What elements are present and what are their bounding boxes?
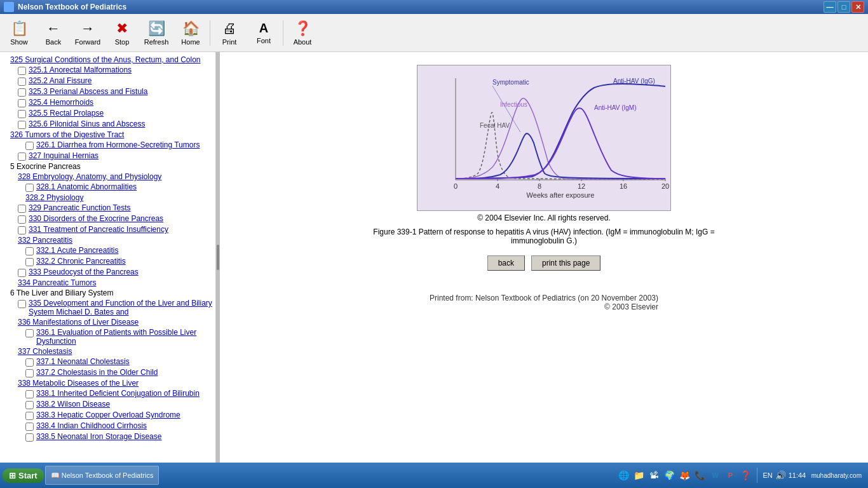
back-button[interactable]: ← Back: [37, 16, 70, 50]
about-button[interactable]: ❓ About: [286, 16, 319, 50]
checkbox-325-3[interactable]: [18, 88, 26, 97]
checkbox-325-5[interactable]: [18, 110, 26, 118]
checkbox-337-1[interactable]: [25, 358, 34, 367]
taskbar-app-help[interactable]: ❓: [739, 469, 752, 482]
checkbox-337-2[interactable]: [25, 369, 34, 377]
print-page-button[interactable]: print this page: [531, 255, 600, 271]
sidebar[interactable]: 325 Surgical Conditions of the Anus, Rec…: [0, 52, 216, 463]
list-item: 337.2 Cholestasis in the Older Child: [0, 367, 215, 378]
nav-link-337-1[interactable]: 337.1 Neonatal Cholestasis: [36, 357, 130, 366]
checkbox-326-1[interactable]: [25, 142, 34, 150]
nav-link-325-2[interactable]: 325.2 Anal Fissure: [29, 76, 92, 85]
checkbox-328-1[interactable]: [25, 184, 34, 192]
nav-link-334[interactable]: 334 Pancreatic Tumors: [18, 278, 96, 287]
checkbox-325-2[interactable]: [18, 78, 26, 86]
taskbar-app-ppt[interactable]: P: [724, 469, 736, 482]
checkbox-329[interactable]: [18, 205, 26, 213]
forward-button[interactable]: → Forward: [71, 16, 104, 50]
nav-link-326[interactable]: 326 Tumors of the Digestive Tract: [10, 130, 124, 139]
font-button[interactable]: A Font: [247, 16, 280, 50]
nav-link-325-3[interactable]: 325.3 Perianal Abscess and Fistula: [29, 87, 147, 96]
stop-button[interactable]: ✖ Stop: [105, 16, 139, 50]
list-item: 331 Treatment of Pancreatic Insufficienc…: [0, 224, 215, 235]
close-button[interactable]: ✕: [851, 1, 864, 13]
nav-link-331[interactable]: 331 Treatment of Pancreatic Insufficienc…: [29, 225, 168, 234]
nav-link-329[interactable]: 329 Pancreatic Function Tests: [29, 203, 131, 212]
checkbox-338-2[interactable]: [25, 401, 34, 409]
taskbar-app-word[interactable]: W: [709, 469, 721, 482]
nav-link-326-1[interactable]: 326.1 Diarrhea from Hormone-Secreting Tu…: [36, 140, 200, 149]
checkbox-325-4[interactable]: [18, 99, 26, 107]
nav-link-338-4[interactable]: 338.4 Indian Childhood Cirrhosis: [36, 421, 147, 430]
maximize-button[interactable]: □: [837, 1, 850, 13]
checkbox-332-2[interactable]: [25, 258, 34, 266]
nav-link-338-5[interactable]: 338.5 Neonatal Iron Storage Disease: [36, 432, 161, 441]
copyright-text: © 2004 Elsevier Inc. All rights reserved…: [477, 214, 611, 222]
print-icon: 🖨: [222, 20, 236, 37]
nav-link-338-1[interactable]: 338.1 Inherited Deficient Conjugation of…: [36, 389, 200, 398]
refresh-icon: 🔄: [148, 20, 165, 37]
nav-link-325-4[interactable]: 325.4 Hemorrhoids: [29, 98, 93, 107]
checkbox-338-5[interactable]: [25, 433, 34, 442]
nav-link-338-3[interactable]: 338.3 Hepatic Copper Overload Syndrome: [36, 410, 180, 419]
nav-link-333[interactable]: 333 Pseudocyst of the Pancreas: [29, 268, 139, 276]
checkbox-332-1[interactable]: [25, 247, 34, 255]
nav-link-328-2[interactable]: 328.2 Physiology: [25, 193, 83, 202]
checkbox-327[interactable]: [18, 152, 26, 161]
nav-link-336-1[interactable]: 336.1 Evaluation of Patients with Possib…: [36, 328, 213, 346]
start-button[interactable]: ⊞ Start: [3, 468, 44, 483]
taskbar-app-ie[interactable]: 🌐: [617, 469, 630, 482]
checkbox-338-1[interactable]: [25, 390, 34, 398]
active-window-taskbar[interactable]: 📖 Nelson Textbook of Pediatrics: [45, 466, 159, 485]
nav-link-330[interactable]: 330 Disorders of the Exocrine Pancreas: [29, 214, 163, 223]
tray-sep: [757, 468, 757, 483]
content-area: 0 4 8 12 16 20 Weeks after exposure: [220, 52, 868, 463]
nav-link-337-2[interactable]: 337.2 Cholestasis in the Older Child: [36, 368, 158, 377]
button-row: back print this page: [487, 255, 601, 271]
checkbox-333[interactable]: [18, 269, 26, 277]
checkbox-338-3[interactable]: [25, 412, 34, 420]
checkbox-325-6[interactable]: [18, 121, 26, 129]
checkbox-330[interactable]: [18, 215, 26, 224]
nav-link-335[interactable]: 335 Development and Function of the Live…: [29, 299, 213, 316]
nav-link-325-1[interactable]: 325.1 Anorectal Malformations: [29, 65, 132, 74]
nav-link-327[interactable]: 327 Inguinal Hernias: [29, 151, 98, 160]
list-item: 332 Pancreatitis: [0, 235, 215, 245]
nav-link-338-2[interactable]: 338.2 Wilson Disease: [36, 400, 110, 409]
list-item: 6 The Liver and Biliary System: [0, 288, 215, 298]
nav-link-328-1[interactable]: 328.1 Anatomic Abnormalities: [36, 182, 137, 191]
list-item: 330 Disorders of the Exocrine Pancreas: [0, 214, 215, 224]
list-item: 338 Metabolic Diseases of the Liver: [0, 378, 215, 388]
taskbar-app-chrome[interactable]: 🌍: [663, 469, 675, 482]
print-button[interactable]: 🖨 Print: [213, 16, 246, 50]
show-icon: 📋: [11, 20, 28, 37]
checkbox-331[interactable]: [18, 226, 26, 234]
checkbox-338-4[interactable]: [25, 423, 34, 431]
nav-link-336[interactable]: 336 Manifestations of Liver Disease: [18, 318, 139, 327]
taskbar-app-firefox[interactable]: 🦊: [678, 469, 691, 482]
checkbox-325-1[interactable]: [18, 67, 26, 75]
nav-link-337[interactable]: 337 Cholestasis: [18, 347, 72, 356]
nav-link-325[interactable]: 325 Surgical Conditions of the Anus, Rec…: [10, 55, 201, 64]
taskbar-app-explorer[interactable]: 📁: [632, 469, 645, 482]
refresh-button[interactable]: 🔄 Refresh: [140, 16, 173, 50]
show-button[interactable]: 📋 Show: [3, 16, 36, 50]
home-label: Home: [181, 38, 200, 46]
list-item: 328 Embryology, Anatomy, and Physiology: [0, 172, 215, 182]
checkbox-335[interactable]: [18, 300, 26, 308]
nav-link-332[interactable]: 332 Pancreatitis: [18, 236, 72, 245]
taskbar-app-media[interactable]: 📽: [648, 469, 660, 482]
taskbar-app-skype[interactable]: 📞: [693, 469, 706, 482]
checkbox-336-1[interactable]: [25, 329, 34, 337]
minimize-button[interactable]: —: [824, 1, 836, 13]
nav-link-328[interactable]: 328 Embryology, Anatomy, and Physiology: [18, 172, 161, 181]
nav-link-325-5[interactable]: 325.5 Rectal Prolapse: [29, 109, 104, 118]
list-item: 328.1 Anatomic Abnormalities: [0, 182, 215, 193]
home-button[interactable]: 🏠 Home: [174, 16, 207, 50]
nav-link-325-6[interactable]: 325.6 Pilonidal Sinus and Abscess: [29, 119, 145, 128]
nav-link-338[interactable]: 338 Metabolic Diseases of the Liver: [18, 379, 139, 388]
nav-link-332-2[interactable]: 332.2 Chronic Pancreatitis: [36, 257, 126, 266]
back-nav-button[interactable]: back: [487, 255, 525, 271]
nav-link-332-1[interactable]: 332.1 Acute Pancreatitis: [36, 246, 118, 255]
toolbar-separator-2: [283, 20, 283, 46]
